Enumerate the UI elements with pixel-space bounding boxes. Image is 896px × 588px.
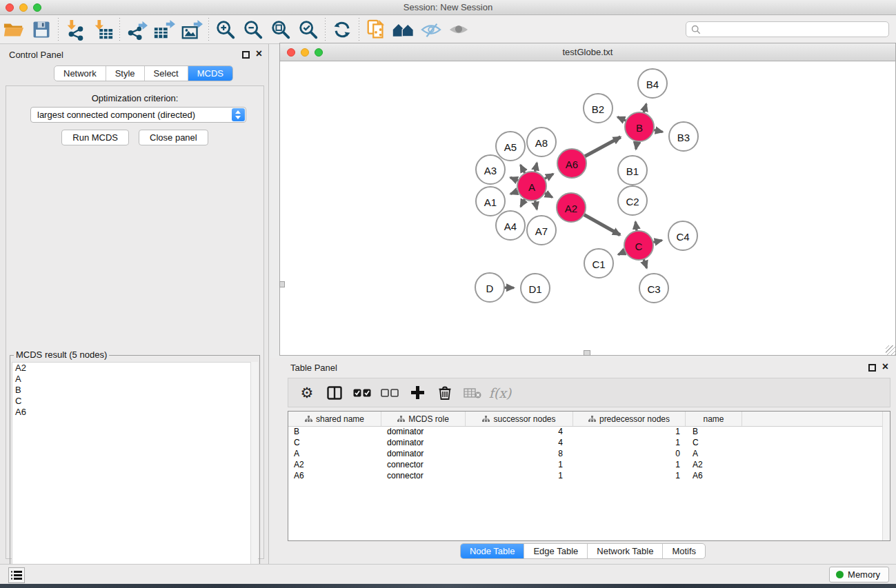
zoom-fit-button[interactable] xyxy=(267,17,295,42)
hide-annotations-button[interactable] xyxy=(417,17,445,42)
float-panel-icon[interactable] xyxy=(242,51,250,59)
tab-node-table[interactable]: Node Table xyxy=(461,544,524,558)
mcds-result-item[interactable]: C xyxy=(12,396,257,407)
close-panel-icon[interactable]: × xyxy=(256,48,262,60)
graph-node-C[interactable]: C xyxy=(624,231,653,260)
criterion-select[interactable]: largest connected component (directed) xyxy=(30,107,246,123)
tab-select[interactable]: Select xyxy=(144,66,188,81)
column-header-MCDS-role[interactable]: MCDS role xyxy=(381,412,466,426)
table-row-A2[interactable]: A2connector11A2 xyxy=(288,460,890,471)
mcds-result-item[interactable]: B xyxy=(12,385,257,396)
graph-node-C3[interactable]: C3 xyxy=(639,274,668,303)
network-window-titlebar[interactable]: testGlobe.txt xyxy=(280,43,895,61)
column-header-shared-name[interactable]: shared name xyxy=(288,412,381,426)
vertical-scroll-thumb[interactable] xyxy=(279,281,285,287)
add-column-button[interactable] xyxy=(406,381,429,405)
graph-node-B2[interactable]: B2 xyxy=(584,94,613,123)
float-table-panel-icon[interactable] xyxy=(868,364,876,372)
table-options-button[interactable]: ⚙ xyxy=(295,381,319,405)
deselect-all-rows-button[interactable] xyxy=(378,381,401,405)
tab-edge-table[interactable]: Edge Table xyxy=(524,544,587,558)
tab-style[interactable]: Style xyxy=(106,66,144,81)
export-table-button[interactable] xyxy=(150,17,178,42)
tab-network-table[interactable]: Network Table xyxy=(587,544,662,558)
search-input[interactable] xyxy=(704,23,888,36)
network-canvas[interactable]: B4B2BB3B1C2A5A8A6A3AA1A2A4A7CC4C1C3DD1 xyxy=(280,61,895,355)
graph-node-A2[interactable]: A2 xyxy=(557,193,586,222)
memory-button[interactable]: Memory xyxy=(829,567,889,582)
zoom-out-button[interactable] xyxy=(239,17,267,42)
table-cell: dominator xyxy=(381,438,466,449)
graph-node-B1[interactable]: B1 xyxy=(618,156,647,185)
graph-node-C2[interactable]: C2 xyxy=(618,186,647,215)
tab-network[interactable]: Network xyxy=(54,66,106,81)
open-folder-icon xyxy=(3,19,25,40)
save-session-button[interactable] xyxy=(28,17,55,42)
table-scrollbar[interactable] xyxy=(882,412,890,540)
graph-node-A5[interactable]: A5 xyxy=(496,132,525,161)
split-view-button[interactable] xyxy=(323,381,346,405)
save-floppy-icon xyxy=(31,19,52,40)
graph-node-A1[interactable]: A1 xyxy=(476,187,505,216)
graph-node-B[interactable]: B xyxy=(625,112,654,141)
table-row-C[interactable]: Cdominator41C xyxy=(288,438,890,449)
delete-table-button[interactable] xyxy=(461,381,484,405)
show-annotations-button[interactable] xyxy=(445,17,472,42)
resize-grip-icon[interactable] xyxy=(886,345,895,355)
home-button[interactable] xyxy=(390,17,417,42)
column-header-name[interactable]: name xyxy=(686,412,742,426)
graph-node-A6[interactable]: A6 xyxy=(557,149,586,178)
graph-node-A[interactable]: A xyxy=(517,172,546,201)
desktop-background-strip xyxy=(0,584,896,588)
select-all-rows-button[interactable] xyxy=(350,381,374,405)
graph-node-A8[interactable]: A8 xyxy=(527,128,556,156)
graph-node-C1[interactable]: C1 xyxy=(584,249,613,278)
run-mcds-button[interactable]: Run MCDS xyxy=(61,130,129,145)
graph-node-D1[interactable]: D1 xyxy=(521,274,550,303)
eye-slash-icon xyxy=(420,20,442,39)
task-history-button[interactable] xyxy=(8,567,25,583)
export-image-button[interactable] xyxy=(178,17,206,42)
table-panel: Table Panel × ⚙ xyxy=(270,358,896,564)
import-network-button[interactable] xyxy=(61,17,89,42)
table-row-B[interactable]: Bdominator41B xyxy=(288,427,890,438)
apply-function-button[interactable]: f(x) xyxy=(488,381,512,405)
mcds-result-item[interactable]: A6 xyxy=(12,407,257,418)
tab-mcds[interactable]: MCDS xyxy=(188,66,232,81)
graph-node-A7[interactable]: A7 xyxy=(527,216,556,245)
svg-text:B2: B2 xyxy=(592,103,604,115)
zoom-in-button[interactable] xyxy=(212,17,239,42)
export-network-button[interactable] xyxy=(123,17,150,42)
graph-node-C4[interactable]: C4 xyxy=(668,221,697,250)
mcds-result-item[interactable]: A2 xyxy=(12,363,257,374)
close-table-panel-icon[interactable]: × xyxy=(882,361,888,373)
column-header-successor-nodes[interactable]: successor nodes xyxy=(466,412,573,426)
close-panel-button[interactable]: Close panel xyxy=(139,130,208,145)
zoom-selected-button[interactable] xyxy=(295,17,322,42)
table-row-A[interactable]: Adominator80A xyxy=(288,449,890,460)
graph-node-B4[interactable]: B4 xyxy=(638,69,667,98)
function-icon: f(x) xyxy=(489,385,512,401)
graph-edge-A2-C[interactable] xyxy=(583,214,620,235)
window-titlebar[interactable]: Session: New Session xyxy=(0,0,896,15)
graph-node-A3[interactable]: A3 xyxy=(476,155,505,184)
control-panel-title: Control Panel xyxy=(9,50,63,60)
graph-edge-A6-B[interactable] xyxy=(584,137,621,157)
graph-node-D[interactable]: D xyxy=(475,273,504,302)
horizontal-scroll-thumb[interactable] xyxy=(584,350,590,356)
refresh-network-button[interactable] xyxy=(328,17,356,42)
mcds-result-item[interactable]: A xyxy=(12,374,257,385)
graph-node-A4[interactable]: A4 xyxy=(496,211,525,240)
tab-motifs[interactable]: Motifs xyxy=(662,544,705,558)
graph-node-B3[interactable]: B3 xyxy=(669,122,698,151)
open-session-button[interactable] xyxy=(0,17,28,42)
result-list-scrollbar[interactable] xyxy=(250,362,258,588)
table-row-A6[interactable]: A6connector11A6 xyxy=(288,471,890,482)
column-type-icon xyxy=(482,416,490,423)
clone-network-button[interactable] xyxy=(362,17,390,42)
delete-column-button[interactable] xyxy=(433,381,457,405)
column-header-predecessor-nodes[interactable]: predecessor nodes xyxy=(573,412,686,426)
window-title: Session: New Session xyxy=(0,2,896,12)
criterion-selected-value: largest connected component (directed) xyxy=(37,110,195,120)
import-table-button[interactable] xyxy=(89,17,117,42)
